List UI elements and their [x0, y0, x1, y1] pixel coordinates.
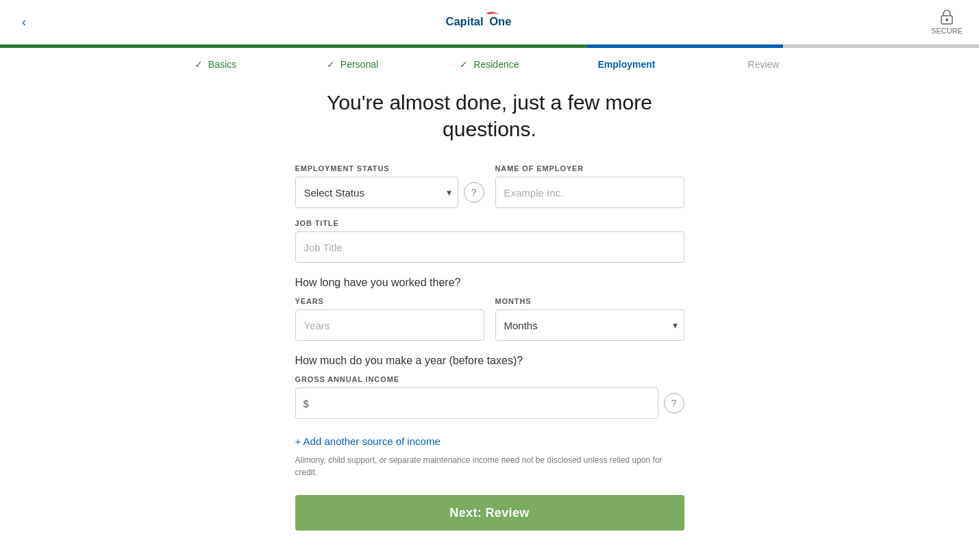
employment-employer-row: EMPLOYMENT STATUS Select Status Employed… [295, 164, 684, 208]
progress-bar [0, 44, 979, 48]
step-nav: ✓ Basics ✓ Personal ✓ Residence Employme… [0, 48, 979, 75]
months-group: MONTHS Months 1 2 3 4 5 6 7 8 9 10 11 ▾ [495, 297, 684, 341]
next-review-button[interactable]: Next: Review [295, 495, 684, 531]
employer-name-label: NAME OF EMPLOYER [495, 164, 684, 173]
years-input[interactable] [295, 309, 484, 341]
back-button[interactable]: ‹ [16, 12, 32, 32]
income-question: How much do you make a year (before taxe… [295, 355, 684, 367]
months-select[interactable]: Months 1 2 3 4 5 6 7 8 9 10 11 [495, 309, 684, 341]
employment-status-wrapper: Select Status Employed Self-Employed Ret… [295, 177, 484, 208]
step-review: Review [695, 59, 832, 70]
job-title-label: JOB TITLE [295, 219, 684, 227]
step-basics: ✓ Basics [147, 59, 284, 70]
step-employment: Employment [558, 59, 695, 70]
svg-point-3 [945, 18, 948, 21]
logo: Capital One [441, 8, 523, 36]
header: ‹ Capital One SECURE [0, 0, 979, 44]
months-select-wrapper: Months 1 2 3 4 5 6 7 8 9 10 11 ▾ [495, 309, 684, 341]
gross-income-group: GROSS ANNUAL INCOME $ ? [295, 375, 684, 419]
add-income-link[interactable]: + Add another source of income [295, 435, 441, 447]
svg-text:One: One [489, 15, 511, 27]
progress-personal [196, 44, 392, 48]
employment-status-group: EMPLOYMENT STATUS Select Status Employed… [295, 164, 484, 208]
employment-status-label: EMPLOYMENT STATUS [295, 164, 484, 173]
employer-name-input[interactable] [495, 177, 684, 208]
employment-status-help-button[interactable]: ? [464, 182, 484, 203]
check-residence: ✓ [460, 59, 468, 70]
income-help-button[interactable]: ? [664, 393, 684, 413]
secure-indicator: SECURE [931, 9, 963, 35]
main-content: You're almost done, just a few more ques… [284, 75, 695, 558]
dollar-sign: $ [303, 398, 309, 409]
progress-residence [392, 44, 588, 48]
check-personal: ✓ [327, 59, 335, 70]
years-group: YEARS [295, 297, 484, 341]
years-label: YEARS [295, 297, 484, 305]
employment-select-wrapper: Select Status Employed Self-Employed Ret… [295, 177, 458, 208]
secure-label: SECURE [931, 27, 963, 35]
lock-icon [940, 9, 954, 25]
job-title-group: JOB TITLE [295, 219, 684, 263]
job-title-input[interactable] [295, 231, 684, 263]
disclaimer-text: Alimony, child support, or separate main… [295, 454, 684, 479]
employment-status-select[interactable]: Select Status Employed Self-Employed Ret… [295, 177, 458, 208]
gross-income-input[interactable] [295, 387, 658, 419]
years-months-row: YEARS MONTHS Months 1 2 3 4 5 6 7 8 9 10 [295, 297, 684, 341]
step-residence: ✓ Residence [421, 59, 558, 70]
months-label: MONTHS [495, 297, 684, 305]
svg-text:Capital: Capital [445, 15, 483, 27]
progress-employment [587, 44, 783, 48]
how-long-question: How long have you worked there? [295, 277, 684, 289]
gross-income-label: GROSS ANNUAL INCOME [295, 375, 684, 383]
page-title: You're almost done, just a few more ques… [295, 89, 684, 142]
progress-basics [0, 44, 196, 48]
gross-income-wrapper: $ ? [295, 387, 684, 419]
step-personal: ✓ Personal [284, 59, 421, 70]
employer-name-group: NAME OF EMPLOYER [495, 164, 684, 208]
check-basics: ✓ [195, 59, 203, 70]
dollar-input-wrapper: $ [295, 387, 658, 419]
progress-review [783, 44, 979, 48]
